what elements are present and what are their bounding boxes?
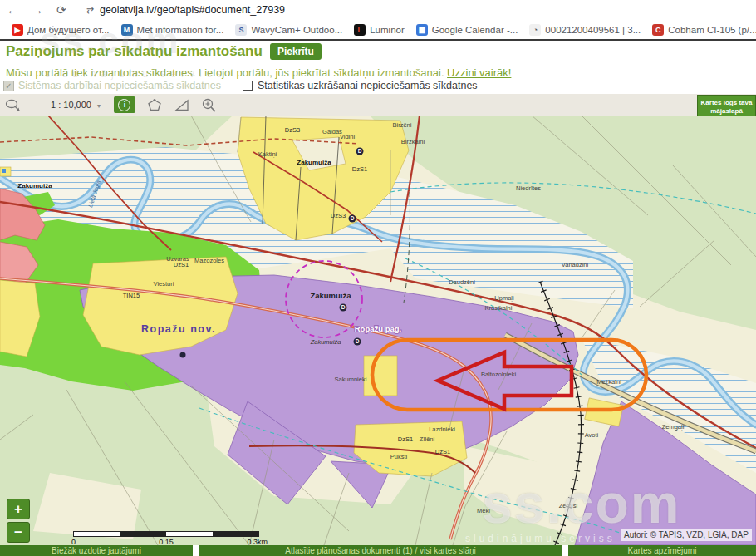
bookmark-label: Google Calendar -... (432, 25, 518, 35)
forward-icon[interactable]: → (32, 3, 43, 17)
map-label: Zakumuiža (310, 338, 341, 346)
lasso-select-icon[interactable] (4, 98, 22, 112)
map-label: Zakumuiža (17, 182, 52, 189)
map-label: Krastkalni (485, 304, 513, 312)
faq-bar-button[interactable]: Biežāk uzdotie jautājumi (0, 545, 193, 556)
map-attribution: Autori: © TAPIS, VZD, LGIA, DAP (621, 529, 752, 541)
bookmark-favicon: ▶ (12, 24, 23, 36)
map-label: Zakumuiža (310, 291, 351, 300)
scale-selector[interactable]: 1 : 10,000▾ (51, 100, 101, 110)
bookmark-item[interactable]: ◔00021200409561 | 3... (529, 24, 641, 36)
map-label: Zemgaļi (662, 423, 685, 431)
map-label: Kaktiņi (258, 150, 277, 158)
bookmark-item[interactable]: LLuminor (354, 24, 405, 36)
bookmark-favicon: L (354, 24, 366, 36)
reload-icon[interactable]: ⟳ (56, 3, 66, 17)
bookmark-item[interactable]: SWavyCam+ Outdoo... (235, 24, 342, 36)
bookmark-label: Дом будущего от... (27, 25, 110, 35)
map-label: Ropažu pag. (355, 324, 401, 333)
bookmark-label: Luminor (370, 25, 405, 35)
bookmark-favicon: S (235, 24, 247, 36)
map-label: Zemīši (559, 502, 578, 509)
poi-marker-glyph: D (351, 215, 355, 221)
map-label: DzS1 (435, 448, 450, 455)
bookmark-item[interactable]: ▦Google Calendar -... (416, 24, 518, 36)
map-label: Mazozoles (194, 257, 224, 264)
map-label: Puksti (390, 453, 408, 460)
map-canvas[interactable]: DzS3GaidasVidiņiBirzēniBirzkalniKaktiņiZ… (0, 116, 756, 545)
cookie-title: Paziņojums par sīkdatņu izmantošanu (6, 43, 263, 60)
map-label: Sakumnieki (335, 376, 367, 383)
map-label: Vanadziņi (562, 261, 589, 268)
cookie-message-text: Mūsu portālā tiek izmantotas sīkdatnes. … (6, 66, 447, 79)
system-cookies-label: Sistēmas darbībai nepieciešamās sīkdatne… (18, 80, 221, 91)
stats-cookies-checkbox[interactable] (243, 81, 253, 91)
map-poi-blue (2, 169, 6, 173)
bookmark-item[interactable]: CCobham CI-105 (p/... (652, 24, 756, 36)
zoom-out-button[interactable]: − (7, 522, 30, 543)
map-label: Upmaļi (494, 294, 514, 302)
map-toolbar: 1 : 10,000▾ i (0, 94, 756, 116)
info-icon: i (118, 99, 130, 111)
map-label: Niedrītes (516, 185, 541, 192)
map-label: Ropažu nov. (141, 323, 216, 335)
bookmark-label: Cobham CI-105 (p/... (668, 25, 756, 35)
scale-value: 1 : 10,000 (51, 100, 91, 110)
back-icon[interactable]: ← (7, 3, 18, 17)
map-label: Birzkalni (401, 138, 425, 145)
map-label: Mežkalni (596, 378, 621, 386)
map-label: Vidiņi (340, 133, 356, 140)
bookmark-label: 00021200409561 | 3... (545, 25, 641, 35)
site-info-icon[interactable]: ⇄ (86, 5, 94, 16)
map-label: Birzēni (393, 121, 412, 129)
polygon-tool-icon[interactable] (146, 98, 163, 112)
map-label: Lazdnieki (429, 426, 455, 433)
poi-marker-glyph: D (358, 148, 362, 154)
map-label: Zīlēni (420, 435, 435, 443)
map-label: TIN15 (123, 292, 140, 299)
scale-bar: 0 0.15 0.3km (73, 531, 259, 546)
measure-tool-icon[interactable] (174, 98, 190, 112)
bookmarks-bar: ▶Дом будущего от...MMet information for.… (0, 20, 756, 39)
chevron-down-icon: ▾ (97, 102, 101, 110)
system-cookies-checkbox: ✓ (3, 81, 14, 91)
map-label: Zakumuiža (297, 159, 331, 166)
documents-label: Atlasītie plānošanas dokumenti (1) / vis… (285, 546, 476, 555)
page-divider (0, 39, 756, 41)
cookie-learn-more-link[interactable]: Uzzini vairāk! (447, 66, 511, 79)
cookie-message: Mūsu portālā tiek izmantotas sīkdatnes. … (6, 66, 511, 79)
accept-cookies-button[interactable]: Piekrītu (270, 43, 322, 60)
scale-bar-segments (73, 531, 259, 537)
faq-label: Biežāk uzdotie jautājumi (52, 546, 141, 555)
red-dot-marker (180, 352, 186, 358)
map-label: Meķi (477, 507, 490, 514)
map-label: DzS1 (174, 261, 189, 268)
poi-marker-glyph: D (341, 304, 346, 310)
bookmark-favicon: ▦ (416, 24, 428, 36)
legend-bar-button[interactable]: Kartes apzīmējumi (568, 545, 756, 556)
bookmark-favicon: C (652, 24, 664, 36)
bookmark-favicon: ◔ (529, 24, 541, 36)
map-label: DzS1 (398, 435, 413, 443)
url-bar[interactable]: geolatvija.lv/geo/tapis#document_27939 (100, 4, 285, 16)
bookmark-label: WavyCam+ Outdoo... (251, 25, 342, 35)
zoom-area-icon[interactable] (201, 97, 218, 113)
map-label: DzS3 (331, 212, 346, 219)
zoom-in-button[interactable]: + (7, 499, 30, 519)
cookie-banner: Paziņojums par sīkdatņu izmantošanu Piek… (6, 43, 322, 60)
map-svg[interactable]: DzS3GaidasVidiņiBirzēniBirzkalniKaktiņiZ… (0, 116, 756, 545)
bookmark-item[interactable]: MMet information for... (121, 24, 224, 36)
browser-toolbar: ← → ⟳ ⇄ geolatvija.lv/geo/tapis#document… (0, 0, 756, 20)
info-tool-button[interactable]: i (114, 96, 135, 113)
map-label: DzS1 (352, 165, 367, 173)
legend-label: Kartes apzīmējumi (628, 546, 697, 555)
map-label: Viesturi (154, 280, 174, 288)
bookmark-label: Met information for... (137, 25, 224, 35)
map-label: Avoti (585, 431, 599, 439)
bookmark-favicon: M (121, 24, 133, 36)
stats-cookies-label: Statistikas uzkrāšanai nepieciešamās sīk… (258, 80, 478, 91)
map-label: DzS3 (285, 126, 300, 134)
bookmark-item[interactable]: ▶Дом будущего от... (12, 24, 110, 36)
cookie-checkboxes: ✓ Sistēmas darbībai nepieciešamās sīkdat… (3, 80, 478, 91)
documents-bar-button[interactable]: Atlasītie plānošanas dokumenti (1) / vis… (199, 545, 562, 556)
